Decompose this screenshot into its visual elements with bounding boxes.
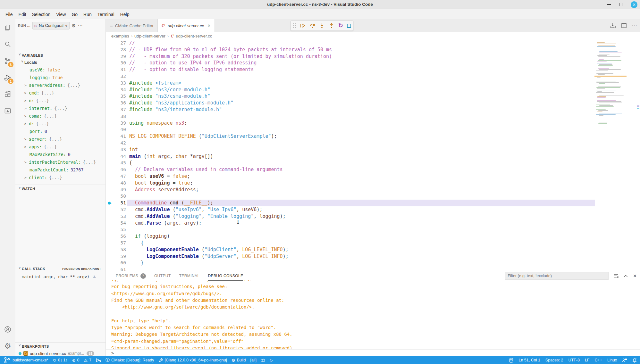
code-line-61[interactable]: 61 bbox=[106, 266, 640, 271]
code-line-29[interactable]: 29// - maximum of 320 packets sent (or l… bbox=[106, 53, 640, 60]
variable-client[interactable]: >client:{...} bbox=[15, 174, 105, 181]
debug-console-prompt[interactable]: > bbox=[106, 349, 640, 356]
maximize-panel-icon[interactable] bbox=[624, 275, 628, 277]
code-line-49[interactable]: 49 Address serverAddress; bbox=[106, 186, 640, 193]
code-line-36[interactable]: 36#include "ns3/applications-module.h" bbox=[106, 100, 640, 106]
activity-search[interactable] bbox=[0, 36, 15, 53]
code-line-40[interactable]: 40 bbox=[106, 126, 640, 133]
minimize-icon[interactable] bbox=[607, 4, 611, 5]
line-number[interactable]: 33 bbox=[106, 80, 126, 87]
line-number[interactable]: 53 bbox=[106, 213, 126, 220]
code-line-43[interactable]: 43int bbox=[106, 146, 640, 153]
statusbar-cmake-debug-button[interactable] bbox=[96, 358, 101, 362]
line-number[interactable]: 47 bbox=[106, 173, 126, 180]
statusbar-indentation[interactable]: Spaces: 2 bbox=[545, 358, 563, 362]
statusbar-target-os[interactable]: Linux bbox=[607, 358, 617, 362]
line-number[interactable]: 58 bbox=[106, 246, 126, 253]
variable-cmd[interactable]: >cmd:{...} bbox=[15, 89, 105, 97]
line-number[interactable]: 36 bbox=[106, 100, 126, 106]
stack-frame[interactable]: main(int argc, char ** argv) u. bbox=[15, 273, 105, 280]
line-number[interactable]: 30 bbox=[106, 60, 126, 66]
line-number[interactable]: 40 bbox=[106, 126, 126, 133]
line-number[interactable]: 52 bbox=[106, 206, 126, 213]
split-editor-icon[interactable] bbox=[621, 22, 627, 29]
activity-explorer[interactable] bbox=[0, 19, 15, 36]
tab-cmake-cache-editor[interactable]: ≡ CMake Cache Editor bbox=[106, 19, 158, 32]
variable-useV6[interactable]: useV6:false bbox=[15, 66, 105, 74]
statusbar-scm-status[interactable]: buildsystem-cmake* bbox=[3, 356, 48, 364]
breakpoints-section-header[interactable]: > BREAKPOINTS bbox=[15, 343, 105, 350]
variable-server[interactable]: >server:{...} bbox=[15, 135, 105, 143]
statusbar-sync-status[interactable]: ↻0↓ 1↑ bbox=[53, 358, 68, 363]
code-line-45[interactable]: 45{ bbox=[106, 160, 640, 166]
variable-interPacketInterval[interactable]: >interPacketInterval:{...} bbox=[15, 158, 105, 166]
stop-button[interactable] bbox=[347, 24, 351, 28]
variable-maxPacketCount[interactable]: maxPacketCount:32767 bbox=[15, 166, 105, 174]
code-line-50[interactable]: 50 bbox=[106, 193, 640, 200]
code-line-32[interactable]: 32 bbox=[106, 73, 640, 80]
statusbar-cmake-launch-button[interactable]: ▷ bbox=[270, 358, 273, 363]
statusbar-cmake-kit[interactable]: [Clang 12.0.0 x86_64-pc-linux-gnu] bbox=[159, 358, 227, 362]
line-number[interactable]: 42 bbox=[106, 140, 126, 146]
variable-logging[interactable]: logging:true bbox=[15, 74, 105, 81]
line-number[interactable]: 41 bbox=[106, 133, 126, 140]
activity-cmake[interactable] bbox=[0, 103, 15, 119]
breadcrumb-item[interactable]: udp-client-server bbox=[134, 34, 165, 38]
variable-internet[interactable]: >internet:{...} bbox=[15, 104, 105, 112]
breadcrumb-item[interactable]: examples bbox=[111, 34, 129, 38]
line-number[interactable]: 48 bbox=[106, 180, 126, 186]
activity-settings[interactable]: ⚙ bbox=[0, 338, 15, 354]
line-number[interactable]: 35 bbox=[106, 93, 126, 100]
line-number[interactable]: 44 bbox=[106, 153, 126, 160]
code-line-47[interactable]: 47 bool useV6 = false; bbox=[106, 173, 640, 180]
code-line-56[interactable]: 56 if (logging) bbox=[106, 233, 640, 240]
code-line-37[interactable]: 37#include "ns3/internet-module.h" bbox=[106, 106, 640, 113]
callstack-section-header[interactable]: > CALL STACK PAUSED ON BREAKPOINT bbox=[15, 265, 105, 272]
code-line-39[interactable]: 39using namespace ns3; bbox=[106, 120, 640, 127]
line-number[interactable]: 57 bbox=[106, 240, 126, 246]
line-number[interactable]: 39 bbox=[106, 120, 126, 127]
code-line-55[interactable]: 55 bbox=[106, 226, 640, 233]
menu-view[interactable]: View bbox=[53, 9, 69, 19]
line-number[interactable]: 56 bbox=[106, 233, 126, 240]
minimap[interactable] bbox=[594, 40, 627, 126]
variable-d[interactable]: >d:{...} bbox=[15, 120, 105, 128]
activity-extensions[interactable] bbox=[0, 86, 15, 103]
line-number[interactable]: 43 bbox=[106, 146, 126, 153]
variables-section-header[interactable]: > VARIABLES bbox=[15, 52, 105, 59]
code-line-53[interactable]: 53 cmd.AddValue ("logging", "Enable logg… bbox=[106, 213, 640, 220]
code-line-42[interactable]: 42 bbox=[106, 140, 640, 146]
statusbar-error-count[interactable]: ⊗0 bbox=[72, 358, 80, 363]
statusbar-notifications[interactable] bbox=[632, 358, 637, 363]
line-number[interactable]: 49 bbox=[106, 186, 126, 193]
gear-icon[interactable]: ⚙ bbox=[72, 23, 76, 29]
line-number[interactable]: 28 bbox=[106, 46, 126, 53]
step-into-button[interactable] bbox=[319, 23, 325, 29]
line-number[interactable]: 38 bbox=[106, 113, 126, 120]
line-number[interactable]: 55 bbox=[106, 226, 126, 233]
code-line-38[interactable]: 38 bbox=[106, 113, 640, 120]
close-icon[interactable]: ✕ bbox=[631, 1, 637, 8]
code-line-27[interactable]: 27// bbox=[106, 40, 640, 46]
code-line-54[interactable]: 54 cmd.Parse (argc, argv); bbox=[106, 220, 640, 227]
line-number[interactable]: 60 bbox=[106, 260, 126, 266]
code-line-60[interactable]: 60 } bbox=[106, 260, 640, 266]
code-line-57[interactable]: 57 { bbox=[106, 240, 640, 246]
line-number[interactable]: 51 bbox=[106, 200, 126, 206]
code-line-28[interactable]: 28// - UDP flow from n0 to n1 of 1024 by… bbox=[106, 46, 640, 53]
variable-MaxPacketSize[interactable]: MaxPacketSize:0 bbox=[15, 151, 105, 158]
statusbar-remote-indicator[interactable] bbox=[509, 358, 513, 363]
code-editor[interactable]: 27//28// - UDP flow from n0 to n1 of 102… bbox=[106, 40, 640, 271]
variable-port[interactable]: port:0 bbox=[15, 128, 105, 135]
tab-udp-client-server-cc[interactable]: C+ udp-client-server.cc✕ bbox=[158, 19, 215, 32]
line-number[interactable]: 54 bbox=[106, 220, 126, 227]
clear-console-icon[interactable] bbox=[614, 274, 619, 278]
step-out-button[interactable] bbox=[329, 23, 334, 29]
panel-tab-debug-console[interactable]: DEBUG CONSOLE bbox=[208, 271, 243, 281]
breadcrumb-item[interactable]: C+udp-client-server.cc bbox=[171, 33, 212, 38]
menu-file[interactable]: File bbox=[3, 9, 16, 19]
statusbar-language-mode[interactable]: C++ bbox=[594, 358, 602, 362]
watch-section-header[interactable]: > WATCH bbox=[15, 185, 105, 192]
code-line-41[interactable]: 41NS_LOG_COMPONENT_DEFINE ("UdpClientSer… bbox=[106, 133, 640, 140]
debug-console-output[interactable]: Type "show configuration" for configurat… bbox=[111, 280, 634, 349]
